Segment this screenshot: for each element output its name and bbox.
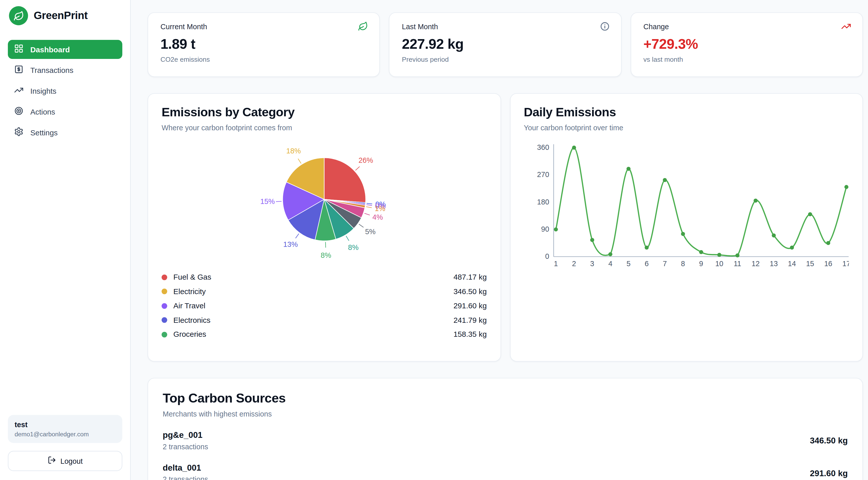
- svg-text:10: 10: [715, 260, 723, 268]
- svg-text:5: 5: [626, 260, 630, 268]
- stat-label: Current Month: [160, 22, 367, 31]
- main-content: Current Month 1.89 t CO2e emissions Last…: [131, 0, 868, 480]
- user-name: test: [14, 421, 116, 429]
- trending-up-icon: [841, 21, 851, 34]
- card-subtitle: Your carbon footprint over time: [524, 123, 849, 132]
- daily-emissions-card: Daily Emissions Your carbon footprint ov…: [509, 93, 863, 362]
- svg-text:8: 8: [681, 260, 685, 268]
- dollar-icon: [14, 64, 24, 76]
- line-chart: 0901802703601234567891011121314151617: [524, 140, 849, 313]
- sidebar-item-label: Dashboard: [30, 45, 70, 54]
- leaf-logo-icon: [9, 6, 28, 25]
- card-subtitle: Merchants with highest emissions: [163, 410, 848, 418]
- legend-dot: [162, 303, 167, 308]
- stats-row: Current Month 1.89 t CO2e emissions Last…: [148, 12, 863, 77]
- stat-value: 1.89 t: [160, 36, 367, 52]
- charts-row: Emissions by Category Where your carbon …: [148, 93, 863, 362]
- info-icon: [599, 21, 610, 34]
- merchant-transactions: 2 transactions: [163, 475, 208, 480]
- legend-dot: [162, 274, 167, 280]
- user-email: demo1@carbonledger.com: [14, 431, 116, 438]
- svg-text:4%: 4%: [372, 213, 383, 221]
- svg-text:17: 17: [842, 260, 849, 268]
- source-row: pg&e_001 2 transactions 346.50 kg: [163, 430, 848, 451]
- app-title: GreenPrint: [34, 10, 88, 22]
- card-title: Emissions by Category: [162, 105, 487, 119]
- stat-value: 227.92 kg: [402, 36, 609, 52]
- sidebar: GreenPrint Dashboard: [0, 0, 131, 480]
- svg-text:15%: 15%: [260, 197, 275, 206]
- svg-text:14: 14: [787, 260, 796, 268]
- pie-legend: Fuel & Gas 487.17 kg Electricity 346.50 …: [162, 270, 487, 341]
- sidebar-spacer: [0, 142, 130, 415]
- sidebar-item-settings[interactable]: Settings: [8, 123, 122, 142]
- svg-text:15: 15: [806, 260, 814, 268]
- legend-item: Electricity 346.50 kg: [162, 284, 487, 299]
- svg-text:8%: 8%: [348, 243, 359, 251]
- merchant-transactions: 2 transactions: [163, 442, 208, 451]
- card-title: Top Carbon Sources: [163, 391, 848, 406]
- sidebar-item-transactions[interactable]: Transactions: [8, 61, 122, 80]
- stat-value: +729.3%: [643, 36, 850, 52]
- stat-sublabel: Previous period: [402, 56, 609, 63]
- legend-item: Air Travel 291.60 kg: [162, 299, 487, 313]
- merchant-name: delta_001: [163, 463, 208, 472]
- svg-text:3: 3: [590, 260, 594, 268]
- dashboard-icon: [14, 44, 24, 55]
- svg-text:90: 90: [541, 225, 549, 233]
- app-logo-row: GreenPrint: [0, 0, 130, 31]
- logout-button[interactable]: Logout: [8, 451, 122, 471]
- stat-card-current-month: Current Month 1.89 t CO2e emissions: [148, 12, 380, 77]
- target-icon: [14, 106, 24, 117]
- top-carbon-sources-card: Top Carbon Sources Merchants with highes…: [148, 378, 863, 480]
- gear-icon: [14, 127, 24, 138]
- sidebar-item-dashboard[interactable]: Dashboard: [8, 40, 122, 59]
- logout-label: Logout: [60, 457, 83, 465]
- sidebar-item-label: Actions: [30, 108, 55, 116]
- card-subtitle: Where your carbon footprint comes from: [162, 123, 487, 132]
- stat-label: Change: [643, 22, 850, 31]
- app-window: GreenPrint Dashboard: [0, 0, 868, 480]
- source-row: delta_001 2 transactions 291.60 kg: [163, 463, 848, 480]
- legend-dot: [162, 332, 167, 337]
- card-title: Daily Emissions: [524, 105, 849, 119]
- legend-item: Fuel & Gas 487.17 kg: [162, 270, 487, 284]
- stat-sublabel: vs last month: [643, 56, 850, 63]
- svg-text:270: 270: [537, 171, 549, 179]
- legend-dot: [162, 318, 167, 323]
- svg-text:8%: 8%: [321, 251, 332, 259]
- svg-text:1%: 1%: [375, 205, 385, 213]
- merchant-emissions: 346.50 kg: [810, 436, 848, 446]
- svg-text:12: 12: [751, 260, 760, 268]
- svg-text:9: 9: [699, 260, 703, 268]
- svg-text:18%: 18%: [286, 147, 301, 155]
- svg-text:360: 360: [537, 143, 549, 151]
- stat-card-last-month: Last Month 227.92 kg Previous period: [389, 12, 622, 77]
- svg-text:7: 7: [662, 260, 666, 268]
- svg-text:1: 1: [554, 260, 558, 268]
- svg-text:0: 0: [545, 252, 549, 260]
- stat-label: Last Month: [402, 22, 609, 31]
- svg-text:13%: 13%: [283, 240, 298, 248]
- svg-text:11: 11: [734, 260, 741, 268]
- legend-item: Electronics 241.79 kg: [162, 313, 487, 327]
- sidebar-item-insights[interactable]: Insights: [8, 82, 122, 100]
- sidebar-item-label: Insights: [30, 87, 56, 95]
- svg-text:6: 6: [644, 260, 648, 268]
- user-card: test demo1@carbonledger.com: [8, 415, 122, 443]
- trending-up-icon: [14, 85, 24, 96]
- merchant-emissions: 291.60 kg: [810, 468, 848, 478]
- sidebar-item-label: Transactions: [30, 66, 73, 74]
- logout-icon: [48, 456, 56, 466]
- svg-text:16: 16: [824, 260, 832, 268]
- sidebar-item-actions[interactable]: Actions: [8, 102, 122, 121]
- stat-sublabel: CO2e emissions: [160, 56, 367, 63]
- pie-chart: 26%0%0%1%4%5%8%8%13%15%18%: [162, 134, 487, 268]
- svg-text:5%: 5%: [365, 228, 376, 236]
- stat-card-change: Change +729.3% vs last month: [630, 12, 863, 77]
- sidebar-item-label: Settings: [30, 128, 58, 137]
- leaf-icon: [358, 21, 368, 34]
- svg-text:26%: 26%: [359, 156, 373, 164]
- legend-item: Groceries 158.35 kg: [162, 327, 487, 341]
- svg-text:180: 180: [537, 198, 549, 206]
